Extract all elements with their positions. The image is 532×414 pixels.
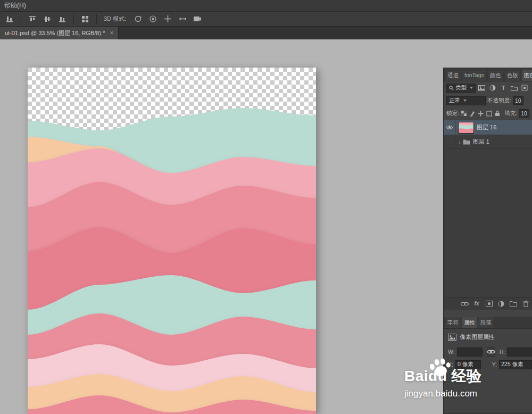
- watermark-url: jingyan.baidu.com: [404, 388, 482, 399]
- fill-label: 填充:: [504, 110, 517, 117]
- layer-list: 图层 16 › 图层 1: [444, 120, 532, 297]
- height-label: H:: [500, 349, 505, 355]
- fill-value[interactable]: 10: [519, 109, 529, 118]
- blend-mode-select[interactable]: 正常: [446, 96, 486, 105]
- align-bottom-icon[interactable]: [3, 14, 16, 24]
- tab-properties[interactable]: 属性: [462, 317, 477, 328]
- layer-row-selected[interactable]: 图层 16: [444, 120, 532, 135]
- document-tab-bar: ut-01.psd @ 33.5% (图层 16, RGB/8) * ×: [0, 27, 532, 39]
- canvas-artwork[interactable]: [28, 68, 316, 414]
- chevron-down-icon: [463, 100, 467, 102]
- tab-channels[interactable]: 通道: [445, 70, 461, 81]
- 3d-roll-icon[interactable]: [146, 14, 159, 24]
- layers-panel-footer: fx: [444, 297, 532, 310]
- distribute-center-icon[interactable]: [41, 14, 54, 24]
- properties-panel-tab-bar: 字符 属性 段落: [444, 317, 532, 329]
- layer-thumbnail[interactable]: [458, 122, 474, 134]
- link-layers-icon[interactable]: [460, 300, 469, 308]
- filter-adjustment-layers-icon[interactable]: [488, 84, 497, 93]
- opacity-label: 不透明度:: [487, 97, 511, 104]
- right-panel-dock: 通道 fonTags 颜色 色板 图层 类型 T 正常 不透明度:: [443, 68, 532, 414]
- width-input[interactable]: [457, 347, 483, 357]
- eye-icon: [446, 125, 453, 130]
- width-height-row: W: H:: [444, 345, 532, 358]
- visibility-toggle[interactable]: [444, 135, 455, 148]
- layer-name: 图层 16: [477, 123, 496, 131]
- chevron-down-icon: [470, 87, 473, 89]
- menu-bar: 帮助(H): [0, 0, 532, 12]
- distribute-top-icon[interactable]: [26, 14, 39, 24]
- 3d-pan-icon[interactable]: [161, 14, 174, 24]
- layers-panel-tab-bar: 通道 fonTags 颜色 色板 图层: [444, 68, 532, 81]
- divider: [96, 14, 97, 24]
- new-group-icon[interactable]: [509, 300, 518, 308]
- filter-shape-layers-icon[interactable]: [510, 84, 519, 93]
- filter-pixel-layers-icon[interactable]: [477, 84, 486, 93]
- grid-options-icon[interactable]: [79, 14, 92, 24]
- layer-filter-kind-select[interactable]: 类型: [446, 84, 476, 93]
- options-bar: 3D 模式:: [0, 12, 532, 27]
- properties-title-row: 像素图层属性: [444, 332, 532, 345]
- layer-style-icon[interactable]: fx: [472, 300, 481, 308]
- tab-layers[interactable]: 图层: [522, 70, 532, 81]
- adjustment-layer-icon[interactable]: [497, 300, 505, 308]
- filter-type-layers-icon[interactable]: T: [498, 84, 508, 93]
- properties-title: 像素图层属性: [460, 333, 495, 341]
- search-icon: [449, 86, 454, 90]
- paw-icon: [427, 355, 454, 384]
- lock-image-pixels-icon[interactable]: [469, 110, 476, 118]
- 3d-slide-icon[interactable]: [176, 14, 189, 24]
- lock-artboard-icon[interactable]: [486, 110, 493, 118]
- layers-filter-row: 类型 T: [444, 81, 532, 94]
- visibility-toggle[interactable]: [444, 120, 455, 135]
- link-dimensions-icon[interactable]: [487, 347, 495, 357]
- opacity-value[interactable]: 10: [513, 96, 523, 105]
- dock-divider: [444, 310, 532, 317]
- layer-row-group[interactable]: › 图层 1: [444, 135, 532, 149]
- watermark: Baidu 经验 jingyan.baidu.com: [404, 366, 482, 399]
- lock-label: 锁定:: [446, 110, 459, 117]
- delete-layer-icon[interactable]: [521, 300, 530, 308]
- lock-transparent-pixels-icon[interactable]: [461, 110, 468, 118]
- filter-smart-objects-icon[interactable]: [520, 84, 529, 93]
- paper-cut-waves-illustration: [28, 68, 316, 414]
- 3d-orbit-icon[interactable]: [131, 14, 144, 24]
- 3d-camera-icon[interactable]: [191, 14, 204, 24]
- lock-all-icon[interactable]: [494, 110, 501, 118]
- close-tab-icon[interactable]: ×: [110, 29, 113, 37]
- lock-position-icon[interactable]: [477, 110, 484, 118]
- watermark-brand: Baidu 经验: [404, 366, 482, 386]
- distribute-bottom-icon[interactable]: [56, 14, 69, 24]
- height-input[interactable]: [507, 347, 532, 357]
- tab-character[interactable]: 字符: [445, 317, 461, 328]
- lock-fill-row: 锁定: 填充: 10: [444, 107, 532, 120]
- blend-opacity-row: 正常 不透明度: 10: [444, 94, 532, 107]
- layer-name: 图层 1: [473, 138, 489, 146]
- layer-mask-icon[interactable]: [485, 300, 493, 308]
- 3d-mode-label: 3D 模式:: [104, 15, 126, 23]
- tab-fontags[interactable]: fonTags: [462, 70, 486, 81]
- y-label: Y:: [492, 361, 497, 368]
- menu-help[interactable]: 帮助(H): [4, 1, 26, 10]
- document-tab[interactable]: ut-01.psd @ 33.5% (图层 16, RGB/8) * ×: [0, 27, 119, 39]
- width-label: W:: [448, 349, 455, 355]
- divider: [21, 14, 21, 24]
- tab-swatches[interactable]: 色板: [505, 70, 520, 81]
- pixel-layer-icon: [448, 334, 456, 341]
- y-input[interactable]: [499, 360, 532, 369]
- group-disclosure-icon[interactable]: ›: [459, 139, 461, 145]
- divider: [73, 14, 74, 24]
- document-tab-title: ut-01.psd @ 33.5% (图层 16, RGB/8) *: [5, 29, 105, 37]
- folder-icon: [463, 139, 470, 145]
- tab-paragraph[interactable]: 段落: [478, 317, 494, 328]
- tab-color[interactable]: 颜色: [488, 70, 503, 81]
